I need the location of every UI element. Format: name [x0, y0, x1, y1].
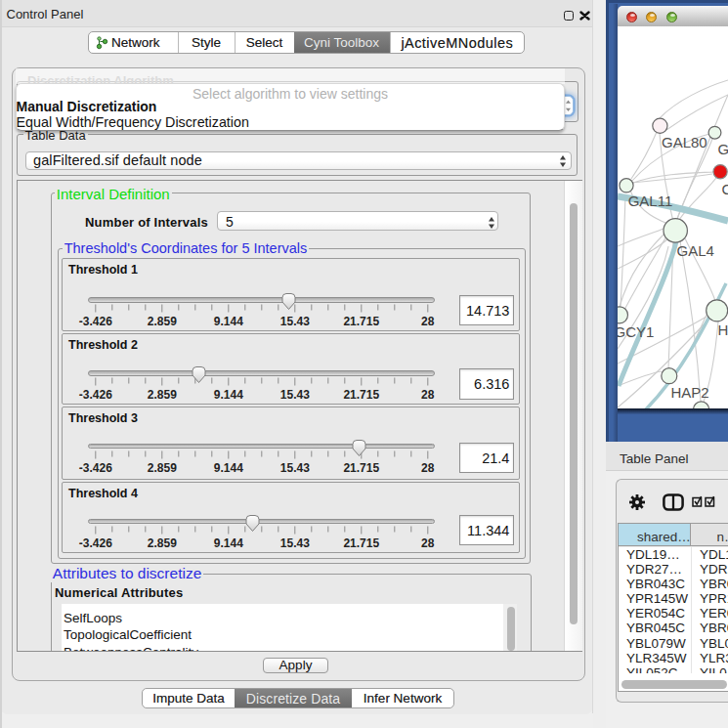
svg-text:C: C — [722, 181, 728, 197]
svg-text:GAL80: GAL80 — [662, 134, 707, 150]
svg-text:HAP2: HAP2 — [670, 384, 708, 401]
svg-text:GCY1: GCY1 — [618, 323, 654, 340]
svg-text:GAL11: GAL11 — [628, 193, 673, 209]
svg-text:GAL4: GAL4 — [677, 242, 714, 259]
svg-text:HA: HA — [718, 321, 728, 338]
svg-text:GA: GA — [718, 141, 728, 157]
